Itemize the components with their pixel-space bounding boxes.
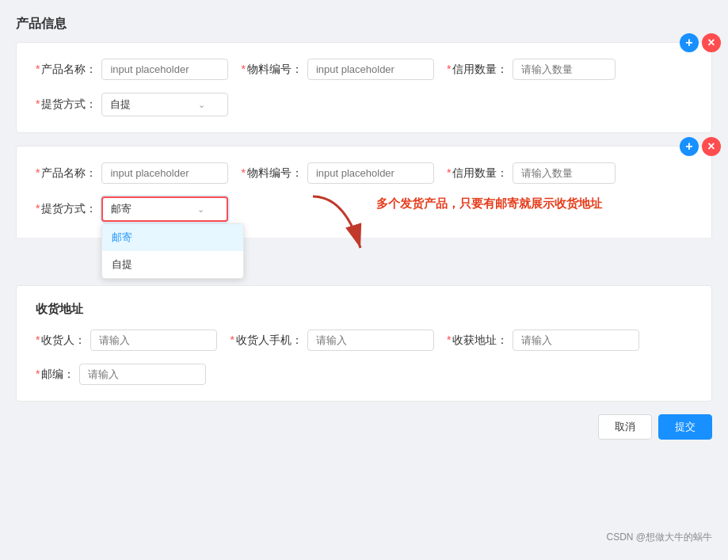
section-title-product: 产品信息 [16, 16, 712, 32]
zip-field: *邮编： [36, 364, 206, 385]
delivery-label-1: *提货方式： [36, 97, 97, 112]
delivery-select-2[interactable]: 邮寄 ⌄ [101, 196, 228, 222]
shipping-row-1: *收货人： *收货人手机： *收获地址： [36, 330, 692, 351]
delivery-dropdown-2: 邮寄 自提 [101, 223, 244, 279]
required-star: * [36, 97, 40, 110]
required-star: * [447, 63, 451, 75]
phone-input[interactable] [307, 330, 434, 351]
product-name-input-1[interactable] [101, 59, 228, 80]
arrow-icon [305, 189, 376, 260]
add-product-button-1[interactable]: + [680, 33, 699, 52]
required-star: * [447, 333, 451, 346]
address-label: *收获地址： [447, 333, 508, 348]
remove-product-button-1[interactable]: × [702, 33, 721, 52]
required-star: * [241, 166, 245, 179]
zip-label: *邮编： [36, 368, 74, 382]
dropdown-item-express[interactable]: 邮寄 [102, 224, 243, 251]
chevron-down-icon-1: ⌄ [198, 100, 205, 110]
product-row-1: *产品名称： *物料编号： *信用数量： [36, 59, 692, 80]
delivery-select-wrapper-2: 邮寄 ⌄ 邮寄 自提 [101, 196, 228, 222]
receiver-label: *收货人： [36, 333, 86, 348]
delivery-label-2: *提货方式： [36, 202, 97, 216]
remove-product-button-2[interactable]: × [702, 137, 721, 156]
material-input-1[interactable] [307, 59, 434, 80]
address-input[interactable] [513, 330, 639, 351]
required-star: * [230, 333, 234, 346]
product-name-label-1: *产品名称： [36, 63, 97, 77]
shipping-row-2: *邮编： [36, 364, 692, 385]
required-star: * [36, 333, 40, 346]
required-star: * [36, 63, 40, 75]
material-label-1: *物料编号： [241, 63, 302, 77]
material-field-1: *物料编号： [241, 59, 433, 80]
material-label-2: *物料编号： [241, 166, 302, 181]
delivery-select-value-2: 邮寄 [111, 202, 197, 216]
cancel-button[interactable]: 取消 [598, 414, 652, 440]
required-star: * [241, 63, 245, 75]
receiver-field: *收货人： [36, 330, 217, 351]
annotation: 多个发货产品，只要有邮寄就展示收货地址 [305, 189, 602, 260]
credit-input-1[interactable] [513, 59, 616, 80]
phone-field: *收货人手机： [230, 330, 433, 351]
credit-label-1: *信用数量： [447, 63, 508, 77]
delivery-row-2: *提货方式： 邮寄 ⌄ 邮寄 自提 [36, 196, 692, 222]
delivery-select-value-1: 自提 [110, 97, 198, 112]
required-star: * [36, 166, 40, 179]
receiver-input[interactable] [90, 330, 217, 351]
credit-field-1: *信用数量： [447, 59, 616, 80]
zip-input[interactable] [79, 364, 206, 385]
product-card-1: + × *产品名称： *物料编号： *信用数量： [16, 42, 712, 133]
dropdown-item-pickup[interactable]: 自提 [102, 251, 243, 278]
phone-label: *收货人手机： [230, 333, 302, 348]
delivery-field-2: *提货方式： 邮寄 ⌄ 邮寄 自提 [36, 196, 228, 222]
card-2-actions: + × [680, 137, 721, 156]
add-product-button-2[interactable]: + [680, 137, 699, 156]
page-container: 产品信息 + × *产品名称： *物料编号： *信用数量： [16, 16, 712, 440]
required-star: * [447, 166, 451, 179]
material-input-2[interactable] [307, 162, 434, 184]
credit-label-2: *信用数量： [447, 166, 508, 181]
submit-button[interactable]: 提交 [658, 414, 712, 440]
shipping-section: 收货地址 *收货人： *收货人手机： *收获地址： [16, 285, 712, 402]
delivery-select-wrapper-1: 自提 ⌄ [101, 93, 228, 116]
product-name-input-2[interactable] [101, 162, 228, 184]
required-star: * [36, 368, 40, 380]
material-field-2: *物料编号： [241, 162, 433, 184]
delivery-select-1[interactable]: 自提 ⌄ [101, 93, 228, 116]
credit-input-2[interactable] [513, 162, 616, 184]
annotation-text: 多个发货产品，只要有邮寄就展示收货地址 [376, 196, 602, 211]
delivery-row-1: *提货方式： 自提 ⌄ [36, 93, 692, 116]
shipping-title: 收货地址 [36, 302, 692, 317]
delivery-field-1: *提货方式： 自提 ⌄ [36, 93, 228, 116]
product-card-2: + × *产品名称： *物料编号： *信用数量： [16, 146, 712, 238]
address-field: *收获地址： [447, 330, 639, 351]
product-name-label-2: *产品名称： [36, 166, 97, 181]
required-star: * [36, 202, 40, 215]
credit-field-2: *信用数量： [447, 162, 616, 184]
product-row-2: *产品名称： *物料编号： *信用数量： [36, 162, 692, 184]
card-1-actions: + × [680, 33, 721, 52]
product-name-field-1: *产品名称： [36, 59, 228, 80]
bottom-bar: 取消 提交 [16, 414, 712, 440]
product-name-field-2: *产品名称： [36, 162, 228, 184]
chevron-down-icon-2: ⌄ [197, 204, 204, 215]
